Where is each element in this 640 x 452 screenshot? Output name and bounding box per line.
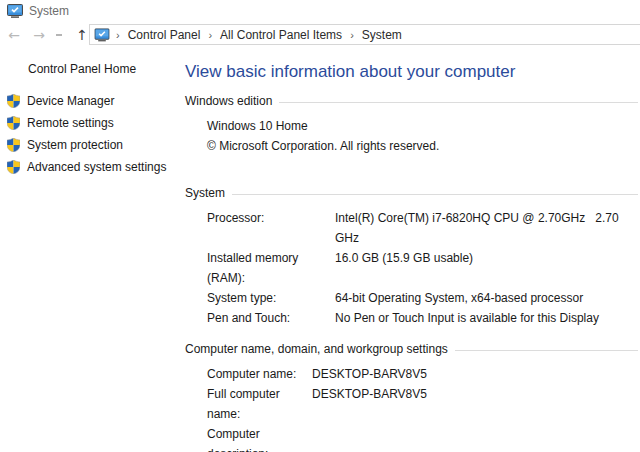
navigation-bar: ← → ↑ › Control Panel › All Control Pane… [0,23,640,46]
breadcrumb-separator: › [344,29,360,41]
computer-row-description: Computer description: [207,424,638,452]
system-row-installed-memory: Installed memory (RAM): 16.0 GB (15.9 GB… [207,248,638,288]
section-computer-name-header: Computer name, domain, and workgroup set… [185,342,638,356]
title-bar: System [0,0,640,22]
breadcrumb-separator: › [110,29,126,41]
sidebar-item-control-panel-home[interactable]: Control Panel Home [28,62,185,76]
sidebar-item-label: Device Manager [27,94,114,108]
breadcrumb-separator: › [202,29,218,41]
sidebar: Control Panel Home Device Manager Re [0,46,185,174]
section-title: System [185,186,225,200]
section-rule [232,194,638,195]
row-value: 16.0 GB (15.9 GB usable) [335,248,473,288]
sidebar-item-label: Remote settings [27,116,114,130]
row-label: Full computer name: [207,384,312,424]
page-title: View basic information about your comput… [185,62,638,82]
row-value: DESKTOP-BARV8V5 [312,364,427,384]
sidebar-item-label: System protection [27,138,123,152]
uac-shield-icon [7,94,20,108]
system-window-icon [7,4,23,18]
window-title: System [29,4,69,18]
sidebar-item-remote-settings[interactable]: Remote settings [7,116,185,130]
section-windows-edition-header: Windows edition [185,94,638,108]
computer-row-full-name: Full computer name: DESKTOP-BARV8V5 [207,384,638,424]
breadcrumb-control-panel[interactable]: Control Panel [126,28,203,42]
section-system-header: System [185,186,638,200]
sidebar-item-advanced-system-settings[interactable]: Advanced system settings [7,160,185,174]
breadcrumb-system[interactable]: System [360,28,404,42]
row-value: DESKTOP-BARV8V5 [312,384,427,424]
section-rule [279,102,638,103]
windows-edition-name: Windows 10 Home [207,116,638,136]
forward-button[interactable]: → [29,23,49,46]
uac-shield-icon [7,138,20,152]
section-title: Computer name, domain, and workgroup set… [185,342,448,356]
sidebar-item-device-manager[interactable]: Device Manager [7,94,185,108]
system-row-processor: Processor: Intel(R) Core(TM) i7-6820HQ C… [207,208,638,248]
row-label: System type: [207,288,335,308]
section-computer-name-body: Computer name: DESKTOP-BARV8V5 Full comp… [207,364,638,452]
computer-row-name: Computer name: DESKTOP-BARV8V5 [207,364,638,384]
section-title: Windows edition [185,94,272,108]
row-value: 64-bit Operating System, x64-based proce… [335,288,583,308]
section-system-body: Processor: Intel(R) Core(TM) i7-6820HQ C… [207,208,638,328]
sidebar-item-system-protection[interactable]: System protection [7,138,185,152]
row-value: No Pen or Touch Input is available for t… [335,308,599,328]
uac-shield-icon [7,116,20,130]
row-label: Computer description: [207,424,312,452]
recent-locations-icon [56,34,62,36]
content-area: Control Panel Home Device Manager Re [0,46,640,452]
uac-shield-icon [7,160,20,174]
row-value: Intel(R) Core(TM) i7-6820HQ CPU @ 2.70GH… [335,208,638,248]
system-row-system-type: System type: 64-bit Operating System, x6… [207,288,638,308]
row-label: Computer name: [207,364,312,384]
address-bar[interactable]: › Control Panel › All Control Panel Item… [89,24,640,45]
row-label: Pen and Touch: [207,308,335,328]
section-rule [455,350,638,351]
system-row-pen-and-touch: Pen and Touch: No Pen or Touch Input is … [207,308,638,328]
row-label: Installed memory (RAM): [207,248,335,288]
back-button[interactable]: ← [4,23,24,46]
sidebar-item-label: Advanced system settings [27,160,166,174]
breadcrumb-system-icon[interactable] [94,28,109,41]
section-windows-edition-body: Windows 10 Home © Microsoft Corporation.… [207,116,638,156]
breadcrumb-all-control-panel-items[interactable]: All Control Panel Items [218,28,344,42]
recent-locations-button[interactable] [53,23,65,46]
windows-copyright: © Microsoft Corporation. All rights rese… [207,136,638,156]
main-panel: View basic information about your comput… [185,46,640,452]
row-label: Processor: [207,208,335,248]
